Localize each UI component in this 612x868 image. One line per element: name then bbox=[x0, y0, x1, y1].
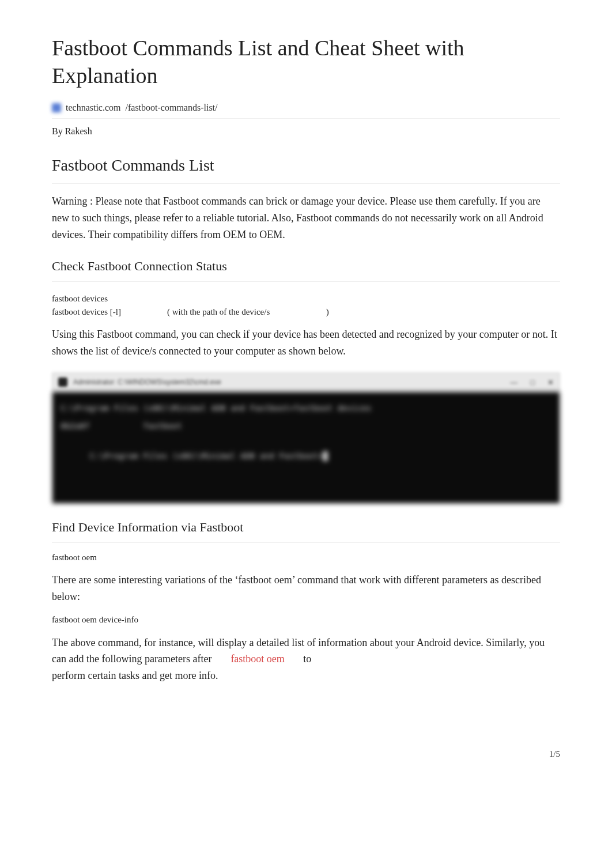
command-note-close: ) bbox=[326, 307, 329, 316]
section-heading-commands-list: Fastboot Commands List bbox=[52, 153, 560, 184]
warning-separator: : bbox=[90, 195, 93, 207]
command-fastboot-devices: fastboot devices bbox=[52, 292, 560, 305]
paragraph-above-command: The above command, for instance, will di… bbox=[52, 635, 560, 684]
site-favicon-icon bbox=[52, 103, 61, 112]
terminal-titlebar: Administrator: C:\WINDOWS\system32\cmd.e… bbox=[52, 372, 560, 392]
warning-label: Warning bbox=[52, 195, 88, 207]
site-domain[interactable]: technastic.com bbox=[66, 101, 121, 115]
paragraph-oem-variations: There are some interesting variations of… bbox=[52, 572, 560, 605]
source-row: technastic.com /fastboot-commands-list/ bbox=[52, 101, 560, 119]
page-title: Fastboot Commands List and Cheat Sheet w… bbox=[52, 35, 560, 89]
command-note-open: ( bbox=[167, 307, 170, 316]
subheading-check-connection: Check Fastboot Connection Status bbox=[52, 256, 560, 282]
maximize-icon[interactable]: □ bbox=[530, 377, 535, 388]
terminal-screenshot: Administrator: C:\WINDOWS\system32\cmd.e… bbox=[52, 372, 560, 504]
command-fastboot-devices-l: fastboot devices [-l] bbox=[52, 305, 167, 319]
window-controls: — □ ✕ bbox=[510, 377, 554, 388]
cursor-icon bbox=[323, 451, 328, 461]
terminal-body: C:\Program Files (x86)\Minimal ADB and F… bbox=[52, 392, 560, 504]
command-block-1: fastboot devices fastboot devices [-l] (… bbox=[52, 292, 560, 318]
cmd-icon bbox=[58, 378, 67, 387]
subheading-device-info: Find Device Information via Fastboot bbox=[52, 518, 560, 543]
author-byline: By Rakesh bbox=[52, 124, 560, 138]
command-fastboot-oem: fastboot oem bbox=[52, 551, 560, 564]
command-note-text: with the path of the device/s bbox=[172, 307, 270, 316]
command-fastboot-oem-device-info: fastboot oem device-info bbox=[52, 613, 560, 627]
site-path[interactable]: /fastboot-commands-list/ bbox=[126, 101, 218, 115]
terminal-line-1: C:\Program Files (x86)\Minimal ADB and F… bbox=[61, 402, 551, 414]
close-icon[interactable]: ✕ bbox=[547, 377, 554, 388]
warning-text: Please note that Fastboot commands can b… bbox=[52, 195, 543, 240]
para3-text-a: The above command, for instance, will di… bbox=[52, 637, 545, 665]
warning-paragraph: Warning : Please note that Fastboot comm… bbox=[52, 193, 560, 243]
para3-text-c: perform certain tasks and get more info. bbox=[52, 670, 218, 681]
paragraph-check-connection: Using this Fastboot command, you can che… bbox=[52, 326, 560, 360]
terminal-line-3: C:\Program Files (x86)\Minimal ADB and F… bbox=[61, 438, 551, 474]
terminal-title: Administrator: C:\WINDOWS\system32\cmd.e… bbox=[73, 377, 504, 387]
minimize-icon[interactable]: — bbox=[510, 377, 517, 388]
inline-code-fastboot-oem: fastboot oem bbox=[231, 653, 284, 665]
page-number: 1/5 bbox=[52, 748, 560, 761]
para3-text-b: to bbox=[303, 653, 311, 665]
terminal-line-2: 8b2a8f fastboot bbox=[61, 420, 551, 432]
